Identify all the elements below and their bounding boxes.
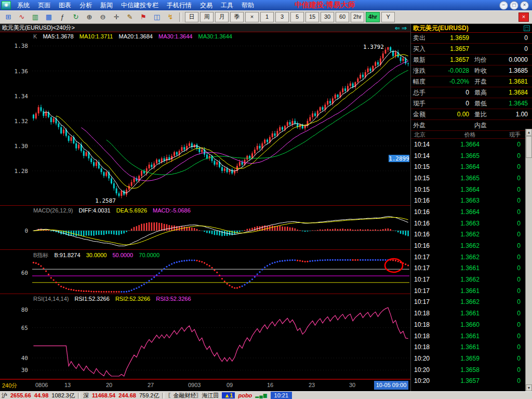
period-button-4hr[interactable]: 4hr xyxy=(366,12,380,22)
connect-icon[interactable]: ⊞ xyxy=(2,11,15,23)
alert-badge[interactable]: ▲1 xyxy=(222,392,235,398)
quote-row-卖出: 卖出1.36590 xyxy=(411,33,532,44)
tick-row[interactable]: 10:171.36610 xyxy=(411,263,532,274)
panel-toggle-icon[interactable]: □ xyxy=(524,25,530,31)
period-button-×[interactable]: × xyxy=(245,12,259,22)
tick-row[interactable]: 10:171.36620 xyxy=(411,297,532,308)
app-window: ◉ 系统页面图表分析新闻中信建投专栏手机行情交易工具帮助 中信建投-博易大师 −… xyxy=(0,0,532,399)
quote-row-外盘: 外盘内盘 xyxy=(411,120,532,131)
chart-nav-arrows-icon[interactable]: ⇐⇒ xyxy=(395,24,408,32)
tick-row[interactable]: 10:171.36620 xyxy=(411,274,532,285)
x-label-30: 30 xyxy=(349,382,355,388)
tick-row[interactable]: 10:181.36610 xyxy=(411,330,532,342)
tick-row[interactable]: 10:161.36620 xyxy=(411,240,532,251)
minimize-icon[interactable]: − xyxy=(499,1,508,10)
sh-amount: 1082.3亿 xyxy=(51,392,75,399)
quote-row-涨跌: 涨跌-0.0028昨收1.3685 xyxy=(411,65,532,76)
tick-row[interactable]: 10:161.36640 xyxy=(411,206,532,218)
toolbar-separator xyxy=(179,12,181,22)
tick-row[interactable]: 10:161.36620 xyxy=(411,229,532,241)
quote-title-bar: 欧元美元(EURUSD) □ xyxy=(411,24,532,33)
tick-row[interactable]: 10:141.36650 xyxy=(411,150,532,162)
time-chart-icon[interactable]: ∿ xyxy=(16,11,28,23)
zoom-in-icon[interactable]: ⊕ xyxy=(83,11,96,23)
menu-item-9[interactable]: 帮助 xyxy=(237,2,258,9)
tick-row[interactable]: 10:201.36570 xyxy=(411,375,532,387)
tick-row[interactable]: 10:141.36640 xyxy=(411,139,532,150)
lightning-icon[interactable]: ↯ xyxy=(164,11,177,23)
alert-icon[interactable]: ⚑ xyxy=(137,11,150,23)
scroll-down-icon[interactable]: ▼ xyxy=(526,384,532,391)
tick-row[interactable]: 10:201.36590 xyxy=(411,353,532,364)
tick-row[interactable]: 10:151.36650 xyxy=(411,172,532,184)
tick-row[interactable]: 10:151.36640 xyxy=(411,184,532,195)
period-button-1[interactable]: 1 xyxy=(260,12,274,22)
svg-text:1.28: 1.28 xyxy=(15,168,29,175)
scroll-up-icon[interactable]: ▲ xyxy=(526,129,532,136)
period-button-周[interactable]: 周 xyxy=(200,12,214,22)
status-bar: 沪 2655.66 44.98 1082.3亿 深 11468.54 244.6… xyxy=(0,391,532,399)
menu-items: 系统页面图表分析新闻中信建投专栏手机行情交易工具帮助 xyxy=(13,0,258,10)
tick-row[interactable]: 10:161.36630 xyxy=(411,218,532,229)
svg-text:1.3792: 1.3792 xyxy=(363,44,384,50)
period-button-15[interactable]: 15 xyxy=(305,12,319,22)
period-button-30[interactable]: 30 xyxy=(321,12,334,22)
tick-row[interactable]: 10:171.36620 xyxy=(411,251,532,263)
period-button-3[interactable]: 3 xyxy=(275,12,289,22)
ticker-channel: 〖金融财经〗海江田 xyxy=(167,392,219,399)
formula-icon[interactable]: ƒ xyxy=(56,11,69,23)
menu-item-5[interactable]: 中信建投专栏 xyxy=(117,2,163,9)
draw-line-icon[interactable]: ✎ xyxy=(124,11,136,23)
menu-item-2[interactable]: 图表 xyxy=(55,2,75,9)
quote-row-总手: 总手0最高1.3684 xyxy=(411,87,532,98)
period-button-60[interactable]: 60 xyxy=(336,12,349,22)
sz-change: 244.68 xyxy=(118,392,136,398)
x-label-09: 09 xyxy=(227,382,233,388)
report-table-icon[interactable]: ▦ xyxy=(43,11,55,23)
tick-row[interactable]: 10:171.36610 xyxy=(411,285,532,297)
close-chart-button[interactable]: × xyxy=(518,12,529,22)
chart-title-bar: 欧元美元(EURUSD)<240分> ⇐⇒ xyxy=(0,24,410,32)
menu-item-0[interactable]: 系统 xyxy=(13,2,34,9)
zoom-out-icon[interactable]: ⊖ xyxy=(97,11,109,23)
menu-item-1[interactable]: 页面 xyxy=(34,2,55,9)
svg-text:1.36: 1.36 xyxy=(15,68,29,75)
period-button-季[interactable]: 季 xyxy=(230,12,244,22)
menu-item-7[interactable]: 交易 xyxy=(196,2,217,9)
time-axis[interactable]: 240分 10-05 09:00 0806132027090309162330 xyxy=(0,379,410,392)
period-button-日[interactable]: 日 xyxy=(185,12,198,22)
svg-text:1.38: 1.38 xyxy=(15,43,29,49)
scroll-thumb[interactable] xyxy=(526,136,532,158)
svg-text:80: 80 xyxy=(21,307,28,313)
maximize-icon[interactable]: □ xyxy=(510,1,518,10)
menu-item-8[interactable]: 工具 xyxy=(217,2,237,9)
menu-item-6[interactable]: 手机行情 xyxy=(163,2,196,9)
period-button-Y[interactable]: Y xyxy=(381,12,395,22)
price-chart[interactable]: 1.381.361.341.321.301.281.37921.25871.28… xyxy=(0,32,410,379)
tick-row[interactable]: 10:161.36630 xyxy=(411,195,532,206)
tick-row[interactable]: 10:151.36640 xyxy=(411,161,532,172)
quote-row-现手: 现手0最低1.3645 xyxy=(411,98,532,109)
crosshair-icon[interactable]: ✛ xyxy=(110,11,123,23)
svg-text:40: 40 xyxy=(21,355,28,362)
menu-item-3[interactable]: 分析 xyxy=(75,2,96,9)
grid-layout-icon[interactable]: ◫ xyxy=(151,11,163,23)
tick-row[interactable]: 10:181.36610 xyxy=(411,308,532,319)
menu-item-4[interactable]: 新闻 xyxy=(96,2,117,9)
tick-row[interactable]: 10:201.36580 xyxy=(411,364,532,376)
menu-bar: ◉ 系统页面图表分析新闻中信建投专栏手机行情交易工具帮助 中信建投-博易大师 −… xyxy=(0,0,532,10)
kline-chart-icon[interactable]: ▥ xyxy=(29,11,42,23)
period-button-5[interactable]: 5 xyxy=(290,12,304,22)
period-button-2hr[interactable]: 2hr xyxy=(351,12,364,22)
close-icon[interactable]: × xyxy=(520,1,529,10)
refresh-icon[interactable]: ↻ xyxy=(70,11,82,23)
x-label-23: 23 xyxy=(309,382,315,388)
period-button-月[interactable]: 月 xyxy=(215,12,229,22)
quote-rows: 卖出1.36590买入1.36570最新1.3657均价0.0000涨跌-0.0… xyxy=(411,33,532,131)
tick-table: 10:141.3664010:141.3665010:151.3664010:1… xyxy=(411,139,532,387)
tick-row[interactable]: 10:181.36610 xyxy=(411,341,532,353)
tick-row[interactable]: 10:181.36600 xyxy=(411,319,532,330)
scrollbar[interactable]: ▲ ▼ xyxy=(525,129,532,391)
quote-row-金额: 金额0.00量比1.00 xyxy=(411,109,532,120)
app-icon[interactable]: ◉ xyxy=(2,1,11,9)
